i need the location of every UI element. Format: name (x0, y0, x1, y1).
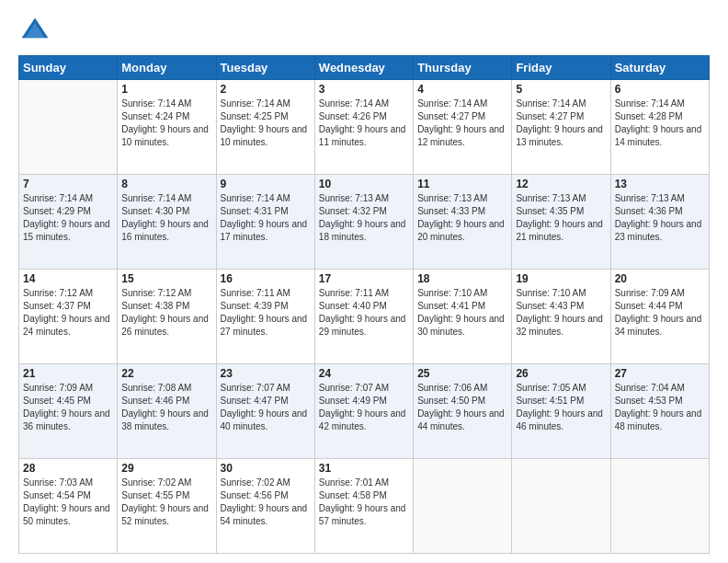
calendar-cell: 16Sunrise: 7:11 AMSunset: 4:39 PMDayligh… (216, 270, 314, 364)
header (18, 15, 710, 48)
calendar-week-row: 7Sunrise: 7:14 AMSunset: 4:29 PMDaylight… (19, 175, 710, 270)
calendar-cell: 8Sunrise: 7:14 AMSunset: 4:30 PMDaylight… (118, 175, 216, 270)
cell-content: Sunrise: 7:09 AMSunset: 4:44 PMDaylight:… (615, 287, 705, 339)
calendar-cell: 3Sunrise: 7:14 AMSunset: 4:26 PMDaylight… (314, 80, 413, 175)
day-number: 19 (516, 272, 606, 285)
calendar-day-header: Thursday (414, 56, 512, 80)
day-number: 16 (221, 272, 311, 285)
calendar-cell: 1Sunrise: 7:14 AMSunset: 4:24 PMDaylight… (118, 80, 216, 175)
calendar-cell (512, 459, 610, 554)
cell-content: Sunrise: 7:14 AMSunset: 4:27 PMDaylight:… (417, 98, 507, 149)
calendar-table: SundayMondayTuesdayWednesdayThursdayFrid… (18, 55, 710, 554)
day-number: 21 (23, 367, 113, 380)
logo-icon (18, 15, 51, 48)
calendar-cell: 9Sunrise: 7:14 AMSunset: 4:31 PMDaylight… (216, 175, 314, 270)
calendar-day-header: Friday (512, 56, 610, 80)
calendar-cell: 12Sunrise: 7:13 AMSunset: 4:35 PMDayligh… (512, 175, 610, 270)
day-number: 11 (417, 178, 507, 190)
cell-content: Sunrise: 7:14 AMSunset: 4:31 PMDaylight:… (221, 192, 311, 244)
cell-content: Sunrise: 7:02 AMSunset: 4:56 PMDaylight:… (221, 477, 311, 528)
cell-content: Sunrise: 7:12 AMSunset: 4:37 PMDaylight:… (23, 287, 113, 339)
calendar-week-row: 1Sunrise: 7:14 AMSunset: 4:24 PMDaylight… (19, 80, 710, 175)
calendar-day-header: Sunday (19, 56, 118, 80)
page: SundayMondayTuesdayWednesdayThursdayFrid… (0, 0, 728, 563)
day-number: 25 (417, 367, 507, 380)
calendar-week-row: 28Sunrise: 7:03 AMSunset: 4:54 PMDayligh… (19, 459, 710, 554)
calendar-cell: 21Sunrise: 7:09 AMSunset: 4:45 PMDayligh… (19, 364, 118, 459)
cell-content: Sunrise: 7:04 AMSunset: 4:53 PMDaylight:… (615, 382, 705, 433)
calendar-cell: 24Sunrise: 7:07 AMSunset: 4:49 PMDayligh… (314, 364, 413, 459)
calendar-cell: 13Sunrise: 7:13 AMSunset: 4:36 PMDayligh… (610, 175, 709, 270)
calendar-day-header: Tuesday (216, 56, 314, 80)
day-number: 27 (615, 367, 705, 380)
cell-content: Sunrise: 7:05 AMSunset: 4:51 PMDaylight:… (516, 382, 606, 433)
cell-content: Sunrise: 7:11 AMSunset: 4:40 PMDaylight:… (319, 287, 409, 339)
day-number: 18 (417, 272, 507, 285)
cell-content: Sunrise: 7:14 AMSunset: 4:28 PMDaylight:… (615, 98, 705, 149)
calendar-cell: 10Sunrise: 7:13 AMSunset: 4:32 PMDayligh… (314, 175, 413, 270)
day-number: 30 (221, 462, 311, 475)
calendar-cell: 7Sunrise: 7:14 AMSunset: 4:29 PMDaylight… (19, 175, 118, 270)
calendar-cell: 18Sunrise: 7:10 AMSunset: 4:41 PMDayligh… (414, 270, 512, 364)
cell-content: Sunrise: 7:06 AMSunset: 4:50 PMDaylight:… (417, 382, 507, 433)
day-number: 23 (221, 367, 311, 380)
calendar-cell: 25Sunrise: 7:06 AMSunset: 4:50 PMDayligh… (414, 364, 512, 459)
day-number: 31 (319, 462, 409, 475)
calendar-cell: 29Sunrise: 7:02 AMSunset: 4:55 PMDayligh… (118, 459, 216, 554)
calendar-cell: 30Sunrise: 7:02 AMSunset: 4:56 PMDayligh… (216, 459, 314, 554)
calendar-day-header: Monday (118, 56, 216, 80)
calendar-cell: 14Sunrise: 7:12 AMSunset: 4:37 PMDayligh… (19, 270, 118, 364)
day-number: 3 (319, 83, 409, 96)
cell-content: Sunrise: 7:13 AMSunset: 4:32 PMDaylight:… (319, 192, 409, 244)
calendar-day-header: Saturday (610, 56, 709, 80)
cell-content: Sunrise: 7:13 AMSunset: 4:36 PMDaylight:… (615, 192, 705, 244)
calendar-cell: 11Sunrise: 7:13 AMSunset: 4:33 PMDayligh… (414, 175, 512, 270)
day-number: 4 (417, 83, 507, 96)
cell-content: Sunrise: 7:10 AMSunset: 4:43 PMDaylight:… (516, 287, 606, 339)
calendar-week-row: 21Sunrise: 7:09 AMSunset: 4:45 PMDayligh… (19, 364, 710, 459)
calendar-cell: 20Sunrise: 7:09 AMSunset: 4:44 PMDayligh… (610, 270, 709, 364)
cell-content: Sunrise: 7:08 AMSunset: 4:46 PMDaylight:… (121, 382, 211, 433)
day-number: 26 (516, 367, 606, 380)
day-number: 10 (319, 178, 409, 190)
calendar-cell: 19Sunrise: 7:10 AMSunset: 4:43 PMDayligh… (512, 270, 610, 364)
cell-content: Sunrise: 7:12 AMSunset: 4:38 PMDaylight:… (121, 287, 211, 339)
day-number: 15 (121, 272, 211, 285)
calendar-cell (610, 459, 709, 554)
cell-content: Sunrise: 7:14 AMSunset: 4:25 PMDaylight:… (221, 98, 311, 149)
calendar-week-row: 14Sunrise: 7:12 AMSunset: 4:37 PMDayligh… (19, 270, 710, 364)
cell-content: Sunrise: 7:01 AMSunset: 4:58 PMDaylight:… (319, 477, 409, 528)
calendar-day-header: Wednesday (314, 56, 413, 80)
cell-content: Sunrise: 7:14 AMSunset: 4:24 PMDaylight:… (121, 98, 211, 149)
day-number: 13 (615, 178, 705, 190)
calendar-cell: 17Sunrise: 7:11 AMSunset: 4:40 PMDayligh… (314, 270, 413, 364)
cell-content: Sunrise: 7:11 AMSunset: 4:39 PMDaylight:… (221, 287, 311, 339)
cell-content: Sunrise: 7:10 AMSunset: 4:41 PMDaylight:… (417, 287, 507, 339)
calendar-cell: 22Sunrise: 7:08 AMSunset: 4:46 PMDayligh… (118, 364, 216, 459)
calendar-cell: 23Sunrise: 7:07 AMSunset: 4:47 PMDayligh… (216, 364, 314, 459)
calendar-cell: 4Sunrise: 7:14 AMSunset: 4:27 PMDaylight… (414, 80, 512, 175)
cell-content: Sunrise: 7:14 AMSunset: 4:27 PMDaylight:… (516, 98, 606, 149)
cell-content: Sunrise: 7:14 AMSunset: 4:29 PMDaylight:… (23, 192, 113, 244)
day-number: 6 (615, 83, 705, 96)
day-number: 29 (121, 462, 211, 475)
calendar-header-row: SundayMondayTuesdayWednesdayThursdayFrid… (19, 56, 710, 80)
day-number: 12 (516, 178, 606, 190)
calendar-cell: 2Sunrise: 7:14 AMSunset: 4:25 PMDaylight… (216, 80, 314, 175)
day-number: 7 (23, 178, 113, 190)
day-number: 28 (23, 462, 113, 475)
calendar-cell: 31Sunrise: 7:01 AMSunset: 4:58 PMDayligh… (314, 459, 413, 554)
day-number: 9 (221, 178, 311, 190)
calendar-cell (19, 80, 118, 175)
day-number: 14 (23, 272, 113, 285)
logo (18, 15, 55, 48)
day-number: 8 (121, 178, 211, 190)
day-number: 20 (615, 272, 705, 285)
cell-content: Sunrise: 7:14 AMSunset: 4:30 PMDaylight:… (121, 192, 211, 244)
cell-content: Sunrise: 7:03 AMSunset: 4:54 PMDaylight:… (23, 477, 113, 528)
calendar-cell: 6Sunrise: 7:14 AMSunset: 4:28 PMDaylight… (610, 80, 709, 175)
cell-content: Sunrise: 7:02 AMSunset: 4:55 PMDaylight:… (121, 477, 211, 528)
calendar-cell: 28Sunrise: 7:03 AMSunset: 4:54 PMDayligh… (19, 459, 118, 554)
calendar-cell: 5Sunrise: 7:14 AMSunset: 4:27 PMDaylight… (512, 80, 610, 175)
cell-content: Sunrise: 7:13 AMSunset: 4:33 PMDaylight:… (417, 192, 507, 244)
